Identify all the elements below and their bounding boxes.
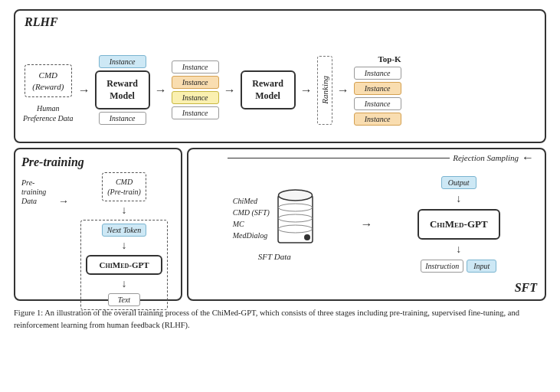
figure-caption: Figure 1: An illustration of the overall… bbox=[14, 307, 546, 332]
sft-label: SFT bbox=[515, 281, 537, 295]
sft-source-3: MC bbox=[233, 218, 270, 230]
inst-1-2: Instance bbox=[172, 76, 219, 89]
chimed-gpt-main: ChiMed-GPT bbox=[418, 209, 500, 240]
svg-point-2 bbox=[278, 204, 312, 211]
topk-inst-3: Instance bbox=[354, 97, 401, 110]
sft-source-4: MedDialog bbox=[233, 230, 270, 241]
cmd-pretrain-box: CMD(Pre-train) bbox=[102, 172, 146, 201]
instance-1-1: Instance bbox=[99, 55, 146, 68]
pretrain-arrow-1: → bbox=[58, 195, 69, 207]
svg-point-5 bbox=[304, 234, 310, 240]
sft-arrow-down2: ↓ bbox=[456, 243, 461, 256]
pretrain-data-label: Pre-trainingData bbox=[21, 178, 54, 206]
ranking-label: Ranking bbox=[320, 76, 329, 104]
next-token-tag: Next Token bbox=[102, 224, 146, 237]
topk-inst-4: Instance bbox=[354, 113, 401, 126]
sft-chimed-section: Output ↓ ChiMed-GPT ↓ Instruction Input bbox=[379, 155, 539, 293]
pretrain-inner-dashed: Next Token ↓ ChiMed-GPT ↓ Text bbox=[80, 220, 168, 310]
sft-data-row: ChiMed CMD (SFT) MC MedDialog bbox=[233, 188, 316, 249]
sft-arrow-down1: ↓ bbox=[456, 193, 461, 205]
rlhf-left: CMD(Reward) HumanPreference Data bbox=[23, 64, 74, 123]
diagram-area: RLHF CMD(Reward) HumanPreference Data → … bbox=[14, 9, 546, 301]
chimed-gpt-pretrain: ChiMed-GPT bbox=[86, 255, 162, 275]
reward-model-1: RewardModel bbox=[95, 70, 150, 109]
topk-inst-2: Instance bbox=[354, 82, 401, 95]
sft-data-section: ChiMed CMD (SFT) MC MedDialog bbox=[195, 155, 355, 293]
sft-data-label: SFT Data bbox=[258, 252, 291, 261]
output-tag: Output bbox=[441, 176, 476, 189]
database-icon bbox=[274, 188, 316, 249]
svg-point-3 bbox=[278, 214, 312, 222]
topk-section: Top-K Instance Instance Instance Instanc… bbox=[354, 54, 401, 126]
cmd-reward-box: CMD(Reward) bbox=[25, 64, 72, 97]
pretrain-label: Pre-training bbox=[21, 155, 175, 169]
sft-source-1: ChiMed bbox=[233, 195, 270, 207]
instance-list-topk: Instance Instance Instance Instance bbox=[354, 67, 401, 126]
instruction-input-row: Instruction Input bbox=[421, 260, 496, 273]
pretrain-right: CMD(Pre-train) ↓ Next Token ↓ ChiMed-GPT… bbox=[74, 172, 175, 310]
instances-below: Instance bbox=[99, 112, 146, 125]
arrow-5: → bbox=[337, 83, 349, 97]
topk-inst-1: Instance bbox=[354, 67, 401, 80]
pretrain-arrow-down2: ↓ bbox=[122, 240, 127, 252]
svg-point-1 bbox=[278, 190, 312, 201]
input-tag: Input bbox=[467, 260, 496, 273]
sft-area: ChiMed CMD (SFT) MC MedDialog bbox=[187, 148, 546, 301]
pretrain-inner: Pre-trainingData → CMD(Pre-train) ↓ Next… bbox=[21, 172, 175, 310]
inst-1-1: Instance bbox=[172, 60, 219, 74]
instance-1-2: Instance bbox=[99, 112, 146, 125]
svg-point-4 bbox=[278, 225, 312, 233]
pretrain-box: Pre-training Pre-trainingData → CMD(Pre-… bbox=[14, 148, 182, 301]
ranking-box: Ranking bbox=[317, 56, 332, 125]
arrow-2: → bbox=[155, 83, 167, 97]
rlhf-inner: CMD(Reward) HumanPreference Data → Insta… bbox=[23, 31, 537, 149]
arrow-3: → bbox=[224, 83, 236, 97]
instances-above: Instance bbox=[99, 55, 146, 68]
rlhf-box: RLHF CMD(Reward) HumanPreference Data → … bbox=[14, 9, 546, 143]
human-pref-label: HumanPreference Data bbox=[23, 103, 74, 123]
pretrain-arrow-down3: ↓ bbox=[122, 278, 127, 290]
reward-model-2: RewardModel bbox=[241, 70, 296, 109]
topk-label: Top-K bbox=[378, 54, 401, 64]
text-tag: Text bbox=[108, 293, 140, 306]
main-container: RLHF CMD(Reward) HumanPreference Data → … bbox=[0, 0, 560, 338]
arrow-4: → bbox=[300, 83, 313, 97]
inst-1-4: Instance bbox=[172, 106, 219, 119]
reward-model-1-section: Instance RewardModel Instance bbox=[95, 55, 150, 125]
rlhf-label: RLHF bbox=[25, 15, 58, 29]
sft-source-list: ChiMed CMD (SFT) MC MedDialog bbox=[233, 195, 270, 241]
inst-1-3: Instance bbox=[172, 91, 219, 104]
instruction-tag: Instruction bbox=[421, 260, 463, 273]
sft-arrow-right: → bbox=[361, 217, 373, 231]
arrow-1: → bbox=[78, 83, 90, 97]
pretrain-arrow-down: ↓ bbox=[122, 204, 127, 217]
cmd-reward-label: CMD(Reward) bbox=[32, 70, 64, 90]
bottom-row: Pre-training Pre-trainingData → CMD(Pre-… bbox=[14, 148, 546, 301]
sft-source-2: CMD (SFT) bbox=[233, 207, 270, 218]
instance-list-1: Instance Instance Instance Instance bbox=[172, 60, 219, 119]
